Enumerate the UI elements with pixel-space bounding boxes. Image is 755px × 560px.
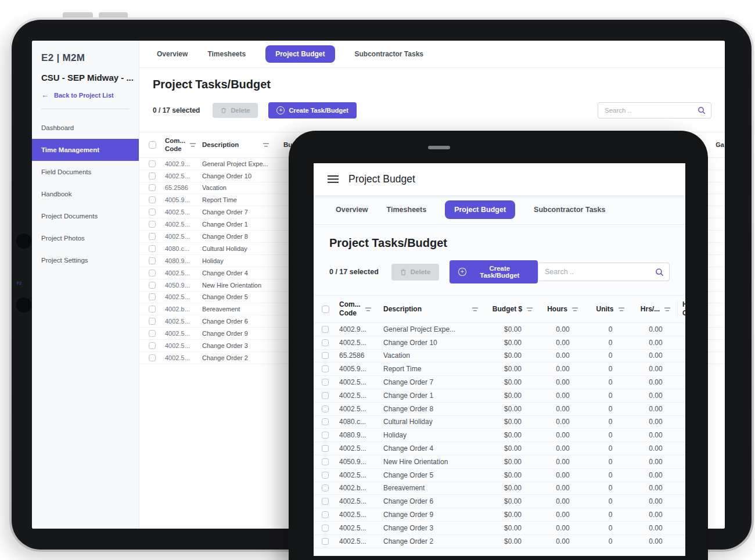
table-row[interactable]: 4002.5... Change Order 6 $0.00 0.00 0 0.… [314,495,685,508]
search-input[interactable] [603,106,698,114]
search-icon[interactable] [698,106,706,114]
row-checkbox[interactable] [149,306,156,313]
row-checkbox[interactable] [149,233,156,240]
column-header-cost-code[interactable]: Com... Code [165,137,202,153]
row-checkbox[interactable] [322,458,329,465]
sidebar-item-handbook[interactable]: Handbook [32,183,139,205]
row-checkbox[interactable] [322,538,329,545]
search-input-mobile[interactable] [544,267,655,277]
sort-icon[interactable] [664,307,671,312]
tab-overview[interactable]: Overview [157,50,188,58]
sort-icon[interactable] [263,142,269,148]
row-checkbox[interactable] [322,392,329,399]
sidebar-item-project-settings[interactable]: Project Settings [32,249,139,271]
sort-icon[interactable] [365,307,372,312]
table-row[interactable]: 4002.9... General Project Expe... $0.00 … [314,323,685,336]
search-box-mobile[interactable] [538,263,670,281]
delete-button[interactable]: Delete [213,103,258,118]
description-header-label: Description [383,305,422,313]
row-checkbox[interactable] [322,418,329,425]
sort-icon[interactable] [571,307,578,312]
row-checkbox[interactable] [322,365,329,372]
row-checkbox[interactable] [149,282,156,289]
table-row[interactable]: 4080.c... Cultural Holiday $0.00 0.00 0 … [314,416,685,429]
row-checkbox[interactable] [322,405,329,412]
column-header-cost-code[interactable]: Com... Code [339,300,383,318]
row-checkbox[interactable] [149,270,156,277]
sort-icon[interactable] [189,142,196,148]
column-header-description[interactable]: Description [202,141,278,148]
row-checkbox[interactable] [149,293,156,300]
row-checkbox[interactable] [322,339,329,346]
column-header-hrs-unit[interactable]: Hrs/... [634,305,677,313]
table-row[interactable]: 4002.5... Change Order 10 $0.00 0.00 0 0… [314,336,685,350]
column-header-units[interactable]: Units [587,305,634,313]
row-checkbox[interactable] [322,326,329,333]
row-checkbox[interactable] [322,511,329,518]
table-row[interactable]: 4002.5... Change Order 3 $0.00 0.00 0 0.… [314,522,685,535]
tab-timesheets-mobile[interactable]: Timesheets [387,206,427,214]
budget-cell: $0.00 [487,339,539,347]
sort-icon[interactable] [526,307,533,312]
tab-subcontractor-tasks[interactable]: Subcontractor Tasks [355,50,423,58]
sidebar-item-field-documents[interactable]: Field Documents [32,161,139,183]
row-checkbox[interactable] [149,318,156,325]
tab-subcontractor-tasks-mobile[interactable]: Subcontractor Tasks [534,206,605,214]
row-checkbox[interactable] [322,445,329,452]
sidebar-item-project-documents[interactable]: Project Documents [32,205,139,227]
table-row[interactable]: 4005.9... Report Time $0.00 0.00 0 0.00 [314,362,685,376]
row-checkbox[interactable] [322,472,329,479]
row-checkbox[interactable] [149,160,156,167]
column-header-clipped[interactable]: H C [677,300,685,318]
row-checkbox[interactable] [322,525,329,532]
tab-project-budget-mobile[interactable]: Project Budget [445,200,515,219]
row-checkbox[interactable] [322,498,329,505]
row-checkbox[interactable] [149,173,156,180]
row-checkbox[interactable] [149,342,156,349]
row-checkbox[interactable] [149,257,156,264]
sort-icon[interactable] [472,307,479,312]
sidebar-item-project-photos[interactable]: Project Photos [32,227,139,249]
row-checkbox[interactable] [322,379,329,386]
create-task-budget-button-mobile[interactable]: + Create Task/Budget [450,260,538,283]
create-task-budget-button[interactable]: + Create Task/Budget [268,102,357,119]
select-all-checkbox[interactable] [149,141,156,149]
table-row[interactable]: 4002.5... Change Order 1 $0.00 0.00 0 0.… [314,389,685,403]
sidebar-item-dashboard[interactable]: Dashboard [32,117,139,139]
row-checkbox[interactable] [149,196,156,203]
menu-icon[interactable] [328,175,339,183]
search-icon[interactable] [655,268,664,277]
row-checkbox[interactable] [149,184,156,191]
table-row[interactable]: 4002.5... Change Order 5 $0.00 0.00 0 0.… [314,469,685,482]
table-row[interactable]: 65.2586 Vacation $0.00 0.00 0 0.00 [314,350,685,363]
row-checkbox[interactable] [149,330,156,337]
column-header-description[interactable]: Description [383,305,487,313]
search-box[interactable] [598,102,711,119]
table-row[interactable]: 4002.5... Change Order 4 $0.00 0.00 0 0.… [314,442,685,455]
row-checkbox[interactable] [149,209,156,216]
table-row[interactable]: 4002.b... Bereavement $0.00 0.00 0 0.00 [314,482,685,496]
select-all-checkbox-mobile[interactable] [322,306,329,313]
row-checkbox[interactable] [149,221,156,228]
tab-overview-mobile[interactable]: Overview [336,206,368,214]
row-checkbox[interactable] [149,245,156,252]
row-checkbox[interactable] [149,354,156,361]
table-row[interactable]: 4002.5... Change Order 7 $0.00 0.00 0 0.… [314,376,685,389]
back-to-project-list-link[interactable]: ← Back to Project List [41,91,130,99]
row-checkbox[interactable] [322,484,329,491]
cost-code-header-line1: Com... [165,137,185,145]
tab-timesheets[interactable]: Timesheets [207,50,246,58]
table-row[interactable]: 4050.9... New Hire Orientation $0.00 0.0… [314,455,685,469]
sort-icon[interactable] [618,307,625,312]
row-checkbox[interactable] [322,352,329,359]
table-row[interactable]: 4080.9... Holiday $0.00 0.00 0 0.00 [314,429,685,442]
column-header-hours[interactable]: Hours [539,305,587,313]
column-header-budget[interactable]: Budget $ [487,305,539,313]
sidebar-item-time-management[interactable]: Time Management [32,139,139,161]
tab-project-budget[interactable]: Project Budget [265,45,335,63]
table-row[interactable]: 4002.5... Change Order 2 $0.00 0.00 0 0.… [314,535,685,548]
delete-button-mobile[interactable]: Delete [391,264,440,281]
row-checkbox[interactable] [322,432,329,439]
table-row[interactable]: 4002.5... Change Order 9 $0.00 0.00 0 0.… [314,508,685,522]
table-row[interactable]: 4002.5... Change Order 8 $0.00 0.00 0 0.… [314,403,685,416]
